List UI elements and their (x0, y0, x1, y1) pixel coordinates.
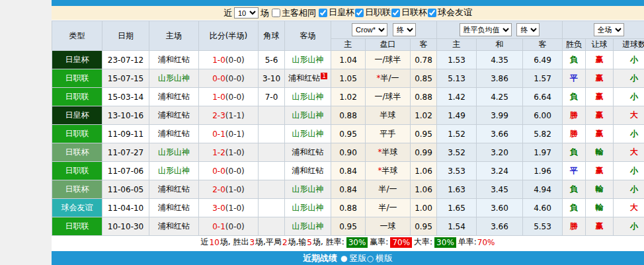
handicap-cell: 一/球半 (366, 51, 411, 69)
crow-home-odds-cell: 0.95 (331, 125, 366, 143)
halftime-score: (0-0) (225, 222, 245, 231)
filter-checkbox-2[interactable] (391, 9, 400, 17)
odds-company-group: Crow* 终 (331, 21, 437, 39)
main-panel: 近 10 场 主客相同 日皇杯日职联日联杯球会友谊 类型 日期 主场 (52, 0, 644, 265)
date-cell: 23-07-12 (102, 51, 149, 69)
filter-label: 日职联 (365, 7, 391, 19)
home-team-cell: 浦和红钻 (149, 217, 199, 236)
date-cell: 11-07-27 (102, 143, 149, 162)
period-select[interactable]: 全场 (594, 23, 624, 36)
league-type-cell: 日职联 (52, 217, 102, 236)
away-team-cell: 山形山神 (285, 88, 331, 106)
col-header-date: 日期 (102, 21, 149, 51)
table-row: 日职联 11-07-06 山形山神 0-0(0-0) 浦和红钻 0.84 *半球… (52, 162, 644, 180)
same-home-away-toggle[interactable]: 主客相同 (271, 7, 316, 19)
avg-home-odds-cell: 5.13 (437, 69, 477, 88)
away-team-cell: 山形山神 (285, 180, 331, 199)
goals-result-cell: 小 (614, 51, 644, 69)
filter-0[interactable]: 日皇杯 (318, 7, 354, 19)
filter-3[interactable]: 球会友谊 (427, 7, 472, 19)
avg-away-odds-cell: 4.94 (523, 180, 563, 199)
handicap-star: * (376, 73, 380, 83)
radio-selected-icon[interactable]: ● (341, 254, 347, 262)
result-cell: 負 (563, 199, 586, 217)
avg-away-odds-cell: 1.97 (523, 143, 563, 162)
avg-away-odds-cell: 5.82 (523, 125, 563, 143)
halftime-score: (1-0) (225, 185, 245, 194)
score-cell: 1-2(1-0) (199, 143, 259, 162)
avg-away-odds-cell: 4.60 (523, 199, 563, 217)
home-team-cell: 浦和红钻 (149, 125, 199, 143)
result-cell: 負 (563, 88, 586, 106)
company-select[interactable]: Crow* (352, 23, 387, 36)
halftime-score: (0-0) (225, 56, 245, 65)
filter-checkbox-1[interactable] (355, 9, 364, 17)
layout-option-label: 横版 (376, 252, 393, 264)
table-row: 日联杯 11-06-05 浦和红钻 2-0(1-0) 山形山神 0.84 半/一… (52, 180, 644, 199)
handicap-cell: *半球 (366, 143, 411, 162)
handicap-result-cell: 輸 (586, 199, 614, 217)
filter-label: 日皇杯 (329, 7, 354, 19)
layout-option-1[interactable]: ○横版 (367, 252, 393, 264)
home-team-cell: 浦和红钻 (149, 199, 199, 217)
radio-unselected-icon[interactable]: ○ (367, 254, 374, 262)
avg-state-select[interactable]: 终 (516, 23, 540, 36)
filter-2[interactable]: 日联杯 (391, 7, 427, 19)
league-type-cell: 日职联 (52, 88, 102, 106)
table-row: 球会友谊 11-04-10 浦和红钻 3-0(1-0) 山形山神 0.88 半/… (52, 199, 644, 217)
fulltime-score: 0-0 (212, 74, 225, 83)
summary-part: 3 (249, 238, 255, 247)
handicap-result-cell: 赢 (586, 88, 614, 106)
handicap-cell: 半球 (366, 106, 411, 125)
league-type-cell: 日职联 (52, 162, 102, 180)
page-background: { "controls": { "near_label": "近", "coun… (0, 0, 644, 265)
filter-1[interactable]: 日职联 (354, 7, 391, 19)
avg-draw-odds-cell: 3.60 (477, 199, 523, 217)
corner-cell: 3-10 (259, 69, 285, 88)
avg-home-odds-cell: 3.52 (437, 143, 477, 162)
layout-option-0[interactable]: ●竖版 (341, 252, 366, 264)
away-team-cell: 山形山神 (285, 51, 331, 69)
avg-away-odds-cell: 6.00 (523, 106, 563, 125)
crow-away-odds-cell: 0.78 (411, 51, 437, 69)
handicap-cell: *半球 (366, 162, 411, 180)
col-header-corner: 角球 (259, 21, 285, 51)
avg-odds-group: 胜平负均值 终 (437, 21, 563, 39)
goals-result-cell: 小 (614, 217, 644, 236)
filter-checkbox-0[interactable] (319, 9, 327, 17)
avg-draw-odds-cell: 4.25 (477, 88, 523, 106)
table-row: 日职联 11-09-11 浦和红钻 0-1(0-1) 山形山神 0.95 平手 … (52, 125, 644, 143)
company-state-select[interactable]: 终 (393, 23, 416, 36)
avg-select[interactable]: 胜平负均值 (460, 23, 512, 36)
filter-label: 球会友谊 (438, 7, 472, 19)
summary-part: 5 (307, 238, 312, 247)
score-cell: 0-1(0-1) (199, 125, 259, 143)
avg-draw-odds-cell: 3.45 (477, 180, 523, 199)
crow-home-odds-cell: 0.90 (331, 143, 366, 162)
goals-result-cell: 小 (614, 125, 644, 143)
crow-away-odds-cell: 0.88 (411, 88, 437, 106)
same-home-away-checkbox[interactable] (272, 9, 280, 17)
home-team-cell: 山形山神 (149, 69, 199, 88)
avg-away-odds-cell: 6.64 (523, 88, 563, 106)
crow-away-odds-cell: 1.00 (411, 199, 437, 217)
crow-away-odds-cell: 1.06 (411, 162, 437, 180)
summary-part: 场,平局 (255, 237, 282, 248)
league-type-cell: 日皇杯 (52, 51, 102, 69)
handicap-result-cell: 赢 (586, 125, 614, 143)
handicap-result-cell: 赢 (586, 217, 614, 236)
avg-home-odds-cell: 1.49 (437, 106, 477, 125)
filter-checkbox-3[interactable] (428, 9, 436, 17)
score-cell: 2-3(1-1) (199, 106, 259, 125)
handicap-result-cell: 赢 (586, 106, 614, 125)
summary-part: 30% (434, 237, 456, 248)
recent-count-select[interactable]: 10 (234, 7, 259, 19)
goals-result-cell: 小 (614, 88, 644, 106)
summary-part: 赢率: (370, 237, 388, 248)
avg-away-odds-cell: 6.49 (523, 51, 563, 69)
table-row: 日职联 15-03-14 浦和红钻 1-0(0-0) 7-0 山形山神 1.02… (52, 88, 644, 106)
corner-cell: 5-6 (259, 51, 285, 69)
avg-draw-odds-cell: 3.66 (477, 125, 523, 143)
fulltime-score: 0-1 (212, 222, 225, 231)
avg-draw-odds-cell: 4.35 (477, 51, 523, 69)
